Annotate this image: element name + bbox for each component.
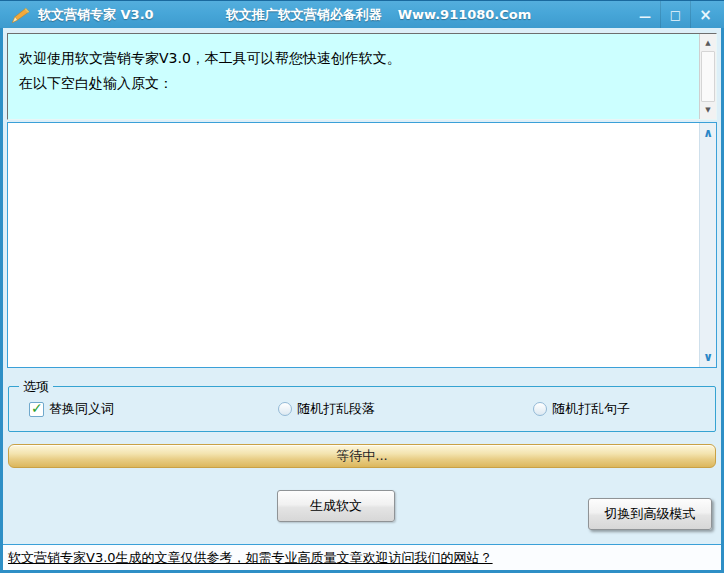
radio-circle xyxy=(533,402,547,416)
checkbox-label: 替换同义词 xyxy=(49,400,114,418)
generate-button[interactable]: 生成软文 xyxy=(277,490,395,522)
titlebar-url: Www.911080.Com xyxy=(398,7,532,22)
window-controls: — □ × xyxy=(630,1,720,29)
scroll-down-icon[interactable]: ▼ xyxy=(700,102,716,118)
radio-circle xyxy=(278,402,292,416)
progress-bar: 等待中... xyxy=(8,444,716,468)
footer-notice-link[interactable]: 软文营销专家V3.0生成的文章仅供参考，如需专业高质量文章欢迎访问我们的网站？ xyxy=(8,549,493,567)
main-panel: 欢迎使用软文营销专家V3.0，本工具可以帮您快速创作软文。 在以下空白处输入原文… xyxy=(3,28,721,545)
close-icon: × xyxy=(699,6,712,24)
footer-bar: 软文营销专家V3.0生成的文章仅供参考，如需专业高质量文章欢迎访问我们的网站？ xyxy=(3,546,721,570)
app-tagline: 软文推广软文营销必备利器 xyxy=(226,6,382,24)
pencil-icon xyxy=(9,5,31,25)
info-scrollbar[interactable]: ▲ ▼ xyxy=(699,34,716,119)
switch-mode-button[interactable]: 切换到高级模式 xyxy=(588,498,712,530)
chevron-down-icon[interactable]: ∨ xyxy=(700,349,716,365)
minimize-button[interactable]: — xyxy=(630,1,660,29)
app-title: 软文营销专家 V3.0 xyxy=(38,6,154,24)
replace-synonyms-checkbox[interactable]: ✓ 替换同义词 xyxy=(29,400,114,418)
radio-label: 随机打乱段落 xyxy=(297,400,375,418)
maximize-icon: □ xyxy=(670,8,681,22)
minimize-icon: — xyxy=(639,10,651,24)
progress-status: 等待中... xyxy=(336,447,387,465)
editor-scrollbar[interactable]: ∧ ∨ xyxy=(699,123,716,367)
close-button[interactable]: × xyxy=(690,1,720,29)
maximize-button[interactable]: □ xyxy=(660,1,690,29)
chevron-up-icon[interactable]: ∧ xyxy=(700,125,716,141)
shuffle-sentences-radio[interactable]: 随机打乱句子 xyxy=(533,400,630,418)
shuffle-paragraphs-radio[interactable]: 随机打乱段落 xyxy=(278,400,375,418)
info-scrollbar-thumb[interactable] xyxy=(701,51,715,102)
options-legend: 选项 xyxy=(19,378,53,396)
welcome-line: 欢迎使用软文营销专家V3.0，本工具可以帮您快速创作软文。 xyxy=(19,46,688,71)
app-window: 软文营销专家 V3.0 软文推广软文营销必备利器 Www.911080.Com … xyxy=(0,0,724,573)
welcome-panel: 欢迎使用软文营销专家V3.0，本工具可以帮您快速创作软文。 在以下空白处输入原文… xyxy=(7,33,717,120)
instruction-line: 在以下空白处输入原文： xyxy=(19,71,688,96)
checkbox-box: ✓ xyxy=(29,402,44,417)
radio-label: 随机打乱句子 xyxy=(552,400,630,418)
article-input-container: ∧ ∨ xyxy=(7,122,717,368)
scroll-up-icon[interactable]: ▲ xyxy=(700,35,716,51)
article-input[interactable] xyxy=(8,123,699,367)
window-content: 欢迎使用软文营销专家V3.0，本工具可以帮您快速创作软文。 在以下空白处输入原文… xyxy=(3,28,721,570)
titlebar: 软文营销专家 V3.0 软文推广软文营销必备利器 Www.911080.Com … xyxy=(0,0,724,28)
options-group: 选项 ✓ 替换同义词 随机打乱段落 随机打乱句子 xyxy=(8,386,716,432)
check-icon: ✓ xyxy=(31,400,43,416)
